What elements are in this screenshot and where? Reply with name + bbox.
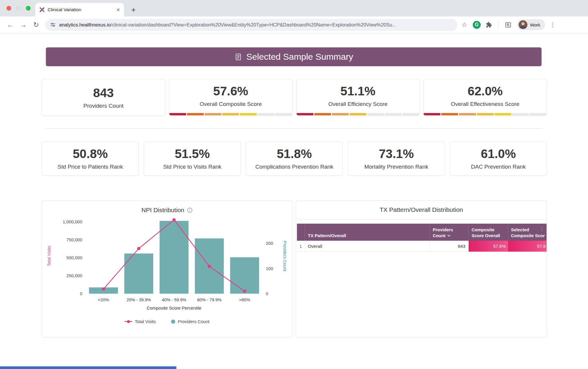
table-row[interactable]: 1 Overall 843 57.6% 57.6: [297, 241, 547, 252]
segment: [512, 113, 529, 115]
sort-chevron-icon[interactable]: [447, 235, 451, 237]
kpi-value: 62.0%: [468, 84, 503, 98]
segment: [477, 113, 494, 115]
header-providers-count[interactable]: Providers Count: [430, 224, 469, 241]
segment: [169, 113, 186, 115]
legend-item-total-visits[interactable]: Total Visits: [125, 319, 156, 324]
kpi-value: 51.1%: [340, 84, 375, 98]
kpi-label: Overall Effectiveness Score: [451, 101, 519, 107]
kpi-label: Overall Composite Score: [200, 101, 262, 107]
back-button[interactable]: ←: [5, 19, 16, 30]
grammarly-extension-icon[interactable]: G: [473, 21, 481, 29]
site-controls-icon[interactable]: [50, 22, 56, 28]
line-point-3: [208, 265, 211, 268]
segment: [222, 113, 239, 115]
avatar: [519, 20, 527, 29]
info-icon[interactable]: [187, 207, 193, 213]
kpi-value: 61.0%: [481, 147, 516, 161]
kpi-label: Mortality Prevention Rank: [364, 164, 428, 170]
line-point-0: [102, 287, 105, 291]
x-tick: 40% - 59.9%: [162, 297, 186, 302]
row-index: 1: [297, 241, 305, 252]
segment: [385, 113, 402, 115]
legend-label: Total Visits: [135, 319, 156, 324]
segment: [402, 113, 419, 115]
profile-label: Work: [530, 22, 540, 27]
reload-button[interactable]: ↻: [31, 19, 42, 30]
side-panel-search-icon[interactable]: [503, 21, 513, 28]
segment: [441, 113, 458, 115]
npi-chart-title: NPI Distribution: [141, 207, 184, 214]
line-point-1: [137, 247, 141, 250]
url-path: /clinical-variation/dashboard?View=Explo…: [111, 22, 396, 27]
window-close-button[interactable]: [6, 6, 11, 11]
left-tick: 750,000: [66, 237, 82, 242]
bar-4: [230, 257, 259, 294]
header-tx-pattern[interactable]: TX Pattern/Overall: [305, 224, 430, 241]
tx-pattern-panel: TX Pattern/Overall Distribution TX Patte…: [296, 200, 547, 337]
browser-tab[interactable]: Clinical Variation ×: [35, 3, 124, 16]
browser-menu-icon[interactable]: ⋮: [547, 21, 559, 28]
site-favicon: [39, 7, 45, 12]
profile-chip[interactable]: Work: [517, 19, 545, 30]
kpi-value: 51.8%: [277, 147, 312, 161]
url-domain: analytics.healthnexus.io: [59, 22, 111, 27]
segment: [258, 113, 274, 115]
header-label: Selected: [511, 227, 544, 232]
header-label: TX Pattern/Overall: [308, 233, 346, 238]
segment: [530, 113, 547, 115]
left-tick: 1,000,000: [63, 219, 82, 224]
kpi-card-providers-count: 843 Providers Count: [42, 79, 165, 116]
kpi-value: 843: [93, 86, 114, 100]
column-menu-icon[interactable]: ⋮: [540, 226, 544, 232]
extensions-puzzle-icon[interactable]: [484, 21, 494, 28]
url-bar[interactable]: analytics.healthnexus.io/clinical-variat…: [45, 19, 457, 31]
window-zoom-button[interactable]: [26, 6, 31, 11]
dashboard-page: Selected Sample Summary 843 Providers Co…: [0, 34, 588, 369]
forward-button[interactable]: →: [18, 19, 29, 30]
window-controls: [6, 6, 31, 11]
right-tick: 0: [266, 291, 268, 296]
composite-score-bar: 57.6%: [469, 241, 508, 252]
header-composite-score[interactable]: Composite Score Overall: [469, 224, 508, 241]
segment: [275, 113, 292, 115]
kpi-label: DAC Prevention Rank: [471, 164, 526, 170]
footer-strip: [0, 366, 176, 369]
kpi-card-std-price-patients: 50.8% Std Price to Patients Rank: [42, 141, 139, 176]
left-tick: 500,000: [66, 255, 82, 260]
x-axis-title: Composite Score Percentile: [147, 305, 201, 310]
left-axis-title: Total Visits: [47, 246, 51, 266]
right-tick: 100: [266, 266, 273, 271]
segment: [297, 113, 313, 115]
header-label: Score Overall: [472, 233, 500, 238]
tab-strip: Clinical Variation × +: [0, 0, 588, 16]
kpi-row-secondary: 50.8% Std Price to Patients Rank 51.5% S…: [42, 141, 547, 176]
selected-composite-bar: 57.6: [508, 241, 547, 252]
header-label: Composite: [472, 227, 505, 232]
kpi-value: 50.8%: [73, 147, 108, 161]
kpi-row-primary: 843 Providers Count 57.6% Overall Compos…: [42, 79, 547, 116]
segment: [332, 113, 349, 115]
kpi-card-effectiveness-score: 62.0% Overall Effectiveness Score: [423, 79, 547, 116]
window-minimize-button[interactable]: [16, 6, 21, 11]
legend-item-providers-count[interactable]: Providers Count: [171, 319, 210, 324]
new-tab-button[interactable]: +: [128, 4, 139, 15]
summary-banner: Selected Sample Summary: [46, 47, 542, 66]
toolbar-divider: [498, 21, 499, 29]
right-tick: 200: [266, 241, 273, 246]
table-title: TX Pattern/Overall Distribution: [296, 201, 547, 219]
right-axis-title: Providers Count: [283, 241, 287, 271]
x-tick: <20%: [98, 297, 109, 302]
line-point-2: [173, 218, 176, 221]
tab-title: Clinical Variation: [48, 7, 113, 12]
header-label: Providers: [433, 227, 465, 232]
score-gradient-bar: [424, 113, 547, 115]
kpi-value: 57.6%: [213, 84, 248, 98]
bookmark-star-icon[interactable]: ☆: [459, 21, 470, 28]
kpi-card-dac-prevention: 61.0% DAC Prevention Rank: [450, 141, 547, 176]
tab-close-icon[interactable]: ×: [116, 7, 120, 13]
kpi-card-mortality-prevention: 73.1% Mortality Prevention Rank: [348, 141, 445, 176]
segment: [350, 113, 366, 115]
segment: [205, 113, 221, 115]
total-visits-marker: [125, 321, 132, 322]
